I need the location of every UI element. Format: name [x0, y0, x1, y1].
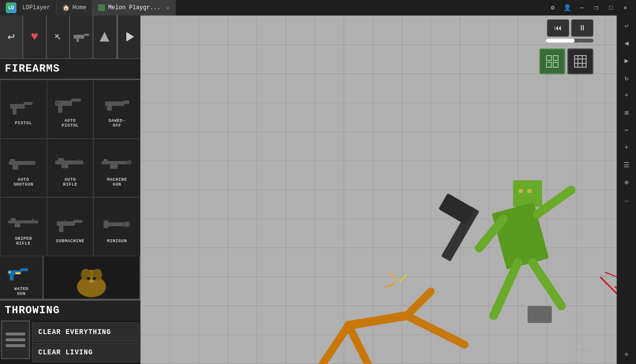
svg-rect-28	[15, 223, 20, 227]
svg-marker-84	[587, 348, 591, 351]
svg-line-72	[494, 262, 518, 316]
auto-shotgun-image	[6, 150, 40, 176]
svg-rect-7	[13, 109, 16, 115]
auto-rifle-image	[53, 150, 87, 176]
svg-rect-9	[71, 99, 81, 102]
extra-button[interactable]	[93, 15, 117, 58]
close-button[interactable]: ✕	[619, 1, 632, 15]
category-label: FIREARMS	[0, 59, 140, 80]
move-cursor[interactable]	[572, 339, 593, 360]
svg-marker-83	[575, 348, 579, 351]
svg-rect-24	[110, 164, 118, 169]
svg-point-37	[125, 222, 129, 226]
rp-btn-4[interactable]: ↻	[619, 70, 635, 86]
play-button[interactable]	[117, 15, 140, 58]
settings-icon[interactable]: ⚙	[546, 1, 560, 15]
weapon-sniper-rifle[interactable]: SNIPERRIFLE	[0, 197, 47, 256]
rp-btn-8[interactable]: +	[619, 139, 635, 156]
svg-rect-40	[10, 275, 14, 280]
tab-home[interactable]: 🏠 Home	[57, 0, 93, 15]
restore-button[interactable]: ❐	[590, 1, 603, 15]
melee-button[interactable]: ✝	[47, 15, 70, 58]
partial-item	[44, 256, 140, 299]
rp-btn-6[interactable]: ⊞	[619, 104, 635, 121]
svg-rect-42	[9, 271, 11, 273]
list-line-1	[6, 333, 25, 335]
pistol-image	[6, 93, 40, 120]
top-right-controls: ⏮ ⏸	[535, 15, 597, 78]
weapon-auto-rifle[interactable]: AUTORIFLE	[47, 139, 94, 198]
title-bar: LD LDPlayer 🏠 Home Melon Playgr... ✕ ⚙ 👤…	[0, 0, 636, 15]
svg-rect-52	[546, 62, 551, 67]
health-button[interactable]: ♥	[23, 15, 46, 58]
weapon-machine-gun[interactable]: MACHINEGUN	[93, 139, 140, 198]
weapon-auto-shotgun[interactable]: AUTOSHOTGUN	[0, 139, 47, 198]
minimize-button[interactable]: ─	[575, 1, 589, 15]
svg-rect-39	[20, 268, 28, 271]
rp-btn-9[interactable]: ☰	[619, 157, 635, 173]
melon-tab-label: Melon Playgr...	[108, 4, 160, 11]
back-button[interactable]: ↩	[0, 15, 23, 58]
clear-living-button[interactable]: CLEAR LIVING	[32, 343, 139, 362]
rp-btn-11[interactable]: …	[619, 191, 635, 208]
weapon-submachine[interactable]: SUBMACHINE	[47, 197, 94, 256]
svg-line-60	[407, 316, 465, 345]
tab-melon[interactable]: Melon Playgr... ✕	[92, 0, 176, 15]
sniper-rifle-image	[6, 209, 40, 235]
right-panel: ↩ ◀ ▶ ↻ + ⊞ ✂ + ☰ ⊕ … ✛	[617, 15, 636, 364]
speed-bar[interactable]	[546, 39, 593, 43]
svg-rect-67	[519, 189, 523, 193]
svg-rect-17	[13, 165, 18, 170]
grid-view-button[interactable]	[567, 48, 593, 74]
weapon-pistol[interactable]: PISTOL	[0, 80, 47, 139]
rp-btn-10[interactable]: ⊕	[619, 174, 635, 190]
tab-ldplayer[interactable]: LD LDPlayer	[0, 0, 57, 15]
svg-marker-82	[581, 353, 585, 357]
rewind-icon: ⏮	[554, 24, 562, 33]
rp-btn-3[interactable]: ▶	[619, 52, 635, 69]
rewind-button[interactable]: ⏮	[547, 19, 569, 37]
auto-rifle-label: AUTORIFLE	[63, 177, 77, 187]
svg-rect-66	[513, 180, 542, 207]
rp-btn-1[interactable]: ↩	[619, 17, 635, 34]
svg-line-59	[348, 316, 407, 325]
svg-rect-6	[24, 102, 32, 105]
user-icon[interactable]: 👤	[560, 1, 574, 15]
auto-pistol-label: AUTOPISTOL	[61, 118, 78, 128]
view-buttons	[539, 48, 593, 74]
back-icon: ↩	[7, 29, 15, 44]
melon-icon	[98, 4, 105, 11]
crosshair-view-button[interactable]	[539, 48, 565, 74]
svg-rect-20	[61, 164, 68, 168]
svg-rect-68	[528, 189, 531, 193]
svg-line-73	[532, 262, 561, 306]
rp-btn-7[interactable]: ✂	[619, 122, 635, 138]
svg-rect-77	[528, 306, 552, 323]
svg-point-25	[127, 160, 132, 165]
close-tab-icon[interactable]: ✕	[166, 5, 169, 11]
svg-rect-58	[575, 56, 586, 67]
svg-rect-41	[15, 272, 20, 274]
main-layout: ↩ ♥ ✝	[0, 15, 636, 364]
svg-rect-85	[581, 348, 585, 351]
svg-rect-19	[58, 158, 64, 161]
weapon-auto-pistol[interactable]: AUTOPISTOL	[47, 80, 94, 139]
firearms-button[interactable]	[70, 15, 93, 58]
game-canvas: ⏮ ⏸	[140, 15, 617, 364]
svg-line-63	[348, 325, 373, 364]
weapon-water-gun[interactable]: WATERGUN	[0, 256, 44, 299]
svg-rect-14	[107, 106, 112, 111]
rp-btn-2[interactable]: ◀	[619, 35, 635, 51]
svg-rect-0	[74, 35, 84, 39]
pause-button[interactable]: ⏸	[571, 19, 593, 37]
weapon-sawed-off[interactable]: SAWED-OFF	[93, 80, 140, 139]
svg-rect-34	[106, 222, 125, 226]
rp-move-btn[interactable]: ✛	[619, 346, 635, 362]
svg-line-70	[537, 190, 571, 214]
maximize-button[interactable]: □	[604, 1, 618, 15]
rp-btn-5[interactable]: +	[619, 87, 635, 103]
weapon-minigun[interactable]: MINIGUN	[93, 197, 140, 256]
clear-everything-button[interactable]: CLEAR EVERYTHING	[32, 322, 139, 342]
move-icon	[574, 341, 591, 358]
svg-rect-51	[553, 56, 558, 60]
